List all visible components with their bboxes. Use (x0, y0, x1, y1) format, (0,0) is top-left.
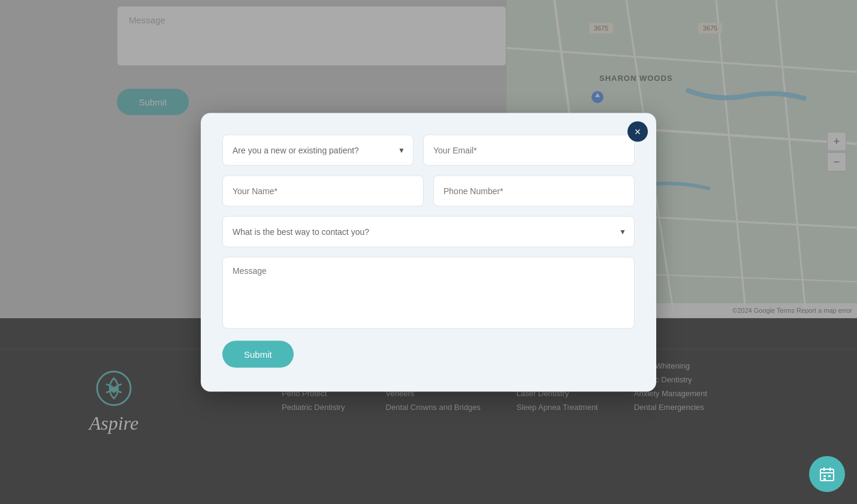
contact-modal: × Are you a new or existing patient? New… (201, 113, 656, 391)
message-textarea[interactable] (222, 256, 635, 328)
email-field[interactable] (423, 134, 635, 165)
phone-field[interactable] (433, 175, 635, 206)
contact-method-field[interactable]: What is the best way to contact you? Pho… (222, 216, 635, 247)
phone-input[interactable] (443, 186, 624, 195)
modal-row-1: Are you a new or existing patient? New P… (222, 134, 635, 165)
modal-submit-button[interactable]: Submit (222, 340, 294, 367)
email-input[interactable] (433, 145, 624, 155)
patient-type-select[interactable]: Are you a new or existing patient? New P… (222, 134, 414, 165)
patient-type-field[interactable]: Are you a new or existing patient? New P… (222, 134, 414, 165)
svg-rect-21 (828, 475, 831, 477)
name-field[interactable] (222, 175, 424, 206)
svg-rect-22 (823, 478, 826, 480)
calendar-icon (819, 466, 835, 482)
svg-rect-16 (820, 469, 834, 481)
svg-rect-20 (823, 475, 826, 477)
modal-row-2 (222, 175, 635, 206)
floating-calendar-button[interactable] (809, 456, 845, 492)
contact-method-select[interactable]: What is the best way to contact you? Pho… (222, 216, 635, 247)
name-input[interactable] (233, 186, 414, 195)
modal-close-button[interactable]: × (627, 121, 648, 141)
